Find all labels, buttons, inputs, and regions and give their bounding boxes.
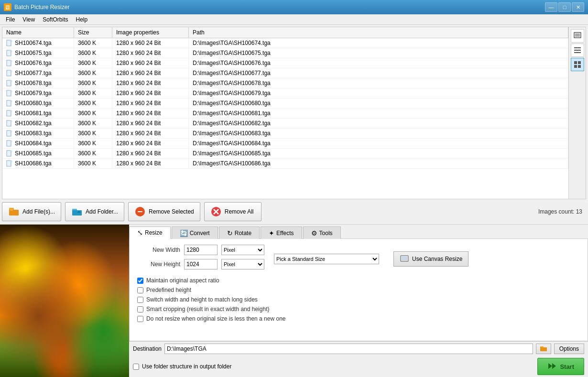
file-name-text: SH100680.tga [15, 100, 52, 107]
table-row[interactable]: SH100674.tga3600 K1280 x 960 24 BitD:\Im… [2, 38, 568, 48]
canvas-resize-button[interactable]: Use Canvas Resize [393, 251, 468, 267]
switch-wh-checkbox[interactable] [137, 297, 143, 303]
table-row[interactable]: SH100682.tga3600 K1280 x 960 24 BitD:\Im… [2, 118, 568, 129]
new-height-row: New Height Pixel Percent cm inch [137, 259, 264, 269]
right-toolbar [568, 27, 586, 199]
resize-tab-label: Resize [145, 229, 163, 236]
table-row[interactable]: SH100680.tga3600 K1280 x 960 24 BitD:\Im… [2, 98, 568, 108]
file-icon [6, 130, 13, 137]
file-props-cell: 1280 x 960 24 Bit [112, 98, 189, 108]
height-unit-select[interactable]: Pixel Percent cm inch [221, 259, 264, 269]
tab-resize[interactable]: ⤡ Resize [129, 226, 171, 239]
tabs-bar: ⤡ Resize 🔄 Convert ↻ Rotate ✦ Effects ⚙ [129, 225, 588, 239]
start-button[interactable]: Start [537, 358, 584, 375]
file-list-header: Name Size Image properties Path [2, 27, 568, 38]
list-view-button[interactable] [571, 43, 584, 57]
svg-rect-52 [72, 210, 82, 215]
destination-input[interactable] [164, 344, 533, 354]
table-row[interactable]: SH100683.tga3600 K1280 x 960 24 BitD:\Im… [2, 129, 568, 139]
menu-help[interactable]: Help [72, 14, 92, 24]
add-folder-button[interactable]: Add Folder... [65, 202, 124, 221]
col-header-path[interactable]: Path [189, 27, 568, 38]
no-resize-checkbox[interactable] [137, 316, 143, 322]
tab-tools[interactable]: ⚙ Tools [303, 226, 341, 239]
predefined-height-checkbox[interactable] [137, 287, 143, 293]
file-path-cell: D:\Images\TGA\SH100682.tga [189, 118, 568, 128]
svg-rect-42 [574, 50, 581, 51]
file-icon [6, 40, 13, 46]
menu-bar: File View SoftOrbits Help [0, 14, 588, 25]
table-row[interactable]: SH100679.tga3600 K1280 x 960 24 BitD:\Im… [2, 88, 568, 98]
table-row[interactable]: SH100681.tga3600 K1280 x 960 24 BitD:\Im… [2, 108, 568, 118]
rotate-tab-label: Rotate [235, 230, 251, 237]
new-height-input[interactable] [184, 259, 218, 269]
remove-selected-button[interactable]: Remove Selected [128, 202, 200, 221]
file-props-cell: 1280 x 960 24 Bit [112, 68, 189, 78]
table-row[interactable]: SH100684.tga3600 K1280 x 960 24 BitD:\Im… [2, 139, 568, 149]
svg-rect-55 [138, 211, 142, 212]
browse-destination-button[interactable] [536, 344, 551, 354]
svg-rect-50 [10, 209, 13, 211]
file-size-cell: 3600 K [74, 68, 112, 78]
tab-rotate[interactable]: ↻ Rotate [219, 226, 260, 239]
col-header-size[interactable]: Size [74, 27, 112, 38]
add-folder-icon [71, 206, 83, 217]
file-props-cell: 1280 x 960 24 Bit [112, 129, 189, 138]
svg-rect-44 [574, 61, 577, 64]
remove-all-button[interactable]: Remove All [204, 202, 261, 221]
file-size-cell: 3600 K [74, 118, 112, 128]
menu-softorbits[interactable]: SoftOrbits [39, 14, 72, 24]
close-button[interactable]: ✕ [572, 2, 584, 12]
grid-view-button[interactable] [571, 58, 584, 71]
add-files-button[interactable]: Add File(s)... [2, 202, 61, 221]
minimize-button[interactable]: — [545, 2, 557, 12]
app-icon: 🖼 [4, 3, 11, 11]
tab-convert[interactable]: 🔄 Convert [172, 226, 218, 239]
table-row[interactable]: SH100678.tga3600 K1280 x 960 24 BitD:\Im… [2, 78, 568, 88]
svg-rect-60 [402, 257, 407, 260]
use-folder-row: Use folder structure in output folder St… [129, 356, 588, 377]
file-name-text: SH100678.tga [15, 80, 52, 86]
table-row[interactable]: SH100686.tga3600 K1280 x 960 24 BitD:\Im… [2, 159, 568, 169]
file-size-cell: 3600 K [74, 139, 112, 148]
file-name-cell: SH100679.tga [2, 88, 74, 98]
menu-file[interactable]: File [2, 14, 19, 24]
image-view-button[interactable] [571, 29, 584, 43]
table-row[interactable]: SH100677.tga3600 K1280 x 960 24 BitD:\Im… [2, 68, 568, 78]
svg-marker-64 [552, 363, 556, 369]
svg-rect-46 [574, 65, 577, 68]
smart-crop-checkbox[interactable] [137, 306, 143, 312]
col-header-props[interactable]: Image properties [112, 27, 189, 38]
standard-size-select[interactable]: Pick a Standard Size 800 x 600 1024 x 76… [274, 254, 379, 264]
table-row[interactable]: SH100685.tga3600 K1280 x 960 24 BitD:\Im… [2, 149, 568, 159]
file-path-cell: D:\Images\TGA\SH100674.tga [189, 38, 568, 48]
svg-rect-45 [578, 61, 581, 64]
convert-tab-icon: 🔄 [180, 229, 188, 237]
remove-selected-label: Remove Selected [149, 208, 194, 215]
new-width-input[interactable] [184, 245, 218, 255]
use-folder-checkbox[interactable] [133, 364, 139, 370]
table-row[interactable]: SH100675.tga3600 K1280 x 960 24 BitD:\Im… [2, 48, 568, 58]
options-button[interactable]: Options [554, 344, 584, 354]
tools-tab-icon: ⚙ [311, 229, 317, 237]
file-icon [6, 150, 13, 157]
table-row[interactable]: SH100676.tga3600 K1280 x 960 24 BitD:\Im… [2, 58, 568, 68]
svg-rect-62 [540, 347, 547, 351]
file-icon [6, 50, 13, 56]
maximize-button[interactable]: □ [558, 2, 571, 12]
width-unit-select[interactable]: Pixel Percent cm inch [221, 245, 264, 255]
svg-rect-20 [10, 100, 12, 102]
file-props-cell: 1280 x 960 24 Bit [112, 159, 189, 168]
svg-rect-43 [574, 52, 581, 53]
menu-view[interactable]: View [19, 14, 39, 24]
tab-effects[interactable]: ✦ Effects [261, 226, 302, 239]
maintain-aspect-checkbox[interactable] [137, 278, 143, 284]
col-header-name[interactable]: Name [2, 27, 74, 38]
file-icon [6, 120, 13, 127]
file-path-cell: D:\Images\TGA\SH100679.tga [189, 88, 568, 98]
file-name-text: SH100683.tga [15, 130, 52, 137]
canvas-resize-icon [400, 254, 409, 265]
file-props-cell: 1280 x 960 24 Bit [112, 88, 189, 98]
maintain-aspect-row: Maintain original aspect ratio [137, 277, 580, 284]
file-size-cell: 3600 K [74, 98, 112, 108]
